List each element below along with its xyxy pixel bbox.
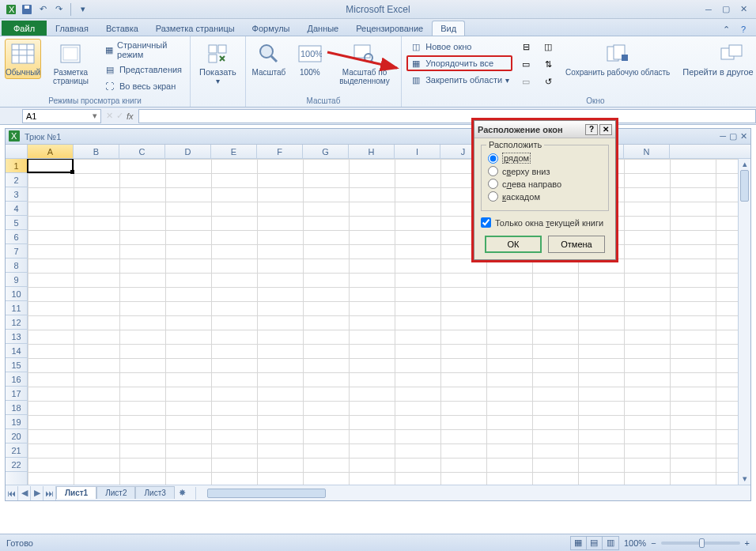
row-header[interactable]: 5: [6, 216, 27, 230]
page-layout-view-button[interactable]: Разметка страницы: [46, 39, 96, 88]
row-header[interactable]: 4: [6, 202, 27, 216]
zoom-button[interactable]: Масштаб: [251, 39, 287, 79]
wb-close-icon[interactable]: ✕: [740, 131, 747, 142]
arrange-all-button[interactable]: ▦Упорядочить все: [406, 55, 512, 71]
row-header[interactable]: 22: [6, 458, 27, 472]
row-header[interactable]: 9: [6, 273, 27, 287]
wb-maximize-icon[interactable]: ▢: [729, 131, 737, 142]
save-workspace-button[interactable]: Сохранить рабочую область: [561, 39, 674, 79]
view-side-icon[interactable]: ◫: [539, 39, 557, 55]
tab-data[interactable]: Данные: [298, 21, 347, 36]
col-header[interactable]: H: [349, 145, 395, 158]
new-sheet-icon[interactable]: ✸: [175, 488, 191, 498]
dialog-close-icon[interactable]: ✕: [599, 124, 612, 135]
normal-view-button[interactable]: Обычный: [5, 39, 41, 79]
formula-input[interactable]: [138, 109, 756, 123]
sheet-nav-next-icon[interactable]: ▶: [31, 486, 43, 500]
name-box[interactable]: A1▾: [22, 109, 101, 123]
new-window-button[interactable]: ◫Новое окно: [406, 39, 512, 55]
qat-customize-icon[interactable]: ▾: [77, 3, 89, 16]
close-icon[interactable]: ✕: [737, 3, 750, 16]
redo-icon[interactable]: ↷: [52, 3, 65, 16]
row-header[interactable]: 1: [6, 159, 27, 173]
freeze-panes-button[interactable]: ▥Закрепить области ▾: [406, 72, 512, 88]
sheet-tab[interactable]: Лист3: [135, 486, 174, 499]
row-header[interactable]: 7: [6, 244, 27, 259]
tab-file[interactable]: Файл: [2, 21, 47, 36]
wb-minimize-icon[interactable]: ─: [720, 131, 726, 142]
sync-scroll-icon[interactable]: ⇅: [539, 56, 557, 72]
unhide-icon[interactable]: ▭: [517, 74, 535, 89]
tab-pagelayout[interactable]: Разметка страницы: [147, 21, 244, 36]
zoom-selection-button[interactable]: Масштаб по выделенному: [333, 39, 396, 88]
fx-icon[interactable]: fx: [127, 111, 134, 121]
full-screen-button[interactable]: ⛶Во весь экран: [100, 78, 185, 94]
row-header[interactable]: 2: [6, 173, 27, 187]
dialog-help-icon[interactable]: ?: [585, 124, 598, 135]
zoom-in-icon[interactable]: +: [745, 538, 750, 548]
col-header[interactable]: D: [165, 145, 211, 158]
ribbon-minimize-icon[interactable]: ⌃: [720, 23, 732, 36]
column-headers[interactable]: A B C D E F G H I J K L M N: [6, 145, 750, 159]
page-layout-icon[interactable]: ▤: [587, 537, 603, 549]
horizontal-scrollbar[interactable]: [195, 487, 750, 500]
row-header[interactable]: 15: [6, 358, 27, 372]
split-icon[interactable]: ⊟: [517, 39, 535, 55]
custom-views-button[interactable]: ▤Представления: [100, 62, 185, 77]
radio-vertical[interactable]: слева направо: [488, 179, 602, 189]
row-header[interactable]: 18: [6, 401, 27, 415]
col-header[interactable]: B: [74, 145, 119, 158]
row-header[interactable]: 10: [6, 287, 27, 301]
row-header[interactable]: 14: [6, 344, 27, 358]
zoom-level[interactable]: 100%: [624, 538, 646, 548]
page-break-icon[interactable]: ▥: [603, 537, 618, 549]
sheet-tab[interactable]: Лист1: [56, 486, 96, 499]
vertical-scrollbar[interactable]: ▴ ▾: [738, 159, 750, 485]
tab-review[interactable]: Рецензирование: [347, 21, 432, 36]
switch-windows-button[interactable]: Перейти в другое окно ▾: [679, 39, 756, 79]
zoom-slider[interactable]: [661, 542, 740, 545]
row-header[interactable]: 13: [6, 330, 27, 344]
reset-pos-icon[interactable]: ↺: [539, 74, 557, 89]
row-header[interactable]: 16: [6, 372, 27, 387]
minimize-icon[interactable]: ─: [702, 3, 715, 16]
col-header[interactable]: A: [28, 145, 74, 158]
ok-button[interactable]: ОК: [485, 236, 542, 253]
cancel-button[interactable]: Отмена: [548, 236, 605, 253]
tab-formulas[interactable]: Формулы: [244, 21, 299, 36]
zoom-100-button[interactable]: 100% 100%: [292, 39, 328, 79]
radio-tiled[interactable]: рядом: [488, 153, 602, 164]
radio-horizontal[interactable]: сверху вниз: [488, 166, 602, 176]
row-header[interactable]: 8: [6, 259, 27, 273]
col-header[interactable]: E: [211, 145, 257, 158]
row-header[interactable]: 11: [6, 301, 27, 315]
active-cell[interactable]: [27, 159, 74, 173]
row-header[interactable]: 21: [6, 443, 27, 458]
col-header[interactable]: I: [395, 145, 440, 158]
tab-home[interactable]: Главная: [47, 21, 97, 36]
maximize-icon[interactable]: ▢: [720, 3, 732, 16]
undo-icon[interactable]: ↶: [36, 3, 49, 16]
cell-grid[interactable]: [28, 159, 738, 485]
normal-view-icon[interactable]: ▦: [571, 537, 587, 549]
radio-cascade[interactable]: каскадом: [488, 191, 602, 202]
sheet-nav-first-icon[interactable]: ⏮: [6, 486, 18, 500]
sheet-tab[interactable]: Лист2: [96, 486, 135, 499]
tab-insert[interactable]: Вставка: [97, 21, 147, 36]
row-header[interactable]: 19: [6, 415, 27, 429]
col-header[interactable]: N: [624, 145, 670, 158]
page-break-preview-button[interactable]: ▦Страничный режим: [100, 39, 185, 61]
tab-view[interactable]: Вид: [432, 21, 465, 36]
row-header[interactable]: 6: [6, 230, 27, 244]
save-icon[interactable]: [21, 3, 33, 16]
sheet-nav-prev-icon[interactable]: ◀: [18, 486, 31, 500]
sheet-nav-last-icon[interactable]: ⏭: [43, 486, 56, 500]
row-header[interactable]: 3: [6, 187, 27, 202]
col-header[interactable]: C: [119, 145, 165, 158]
show-button[interactable]: Показать▾: [195, 39, 240, 88]
row-headers[interactable]: 1 2 3 4 5 6 7 8 9 10 11 12 13 14 15 16 1…: [6, 159, 28, 485]
col-header[interactable]: G: [303, 145, 349, 158]
col-header[interactable]: F: [257, 145, 303, 158]
hide-icon[interactable]: ▭: [517, 56, 535, 72]
row-header[interactable]: 20: [6, 429, 27, 443]
